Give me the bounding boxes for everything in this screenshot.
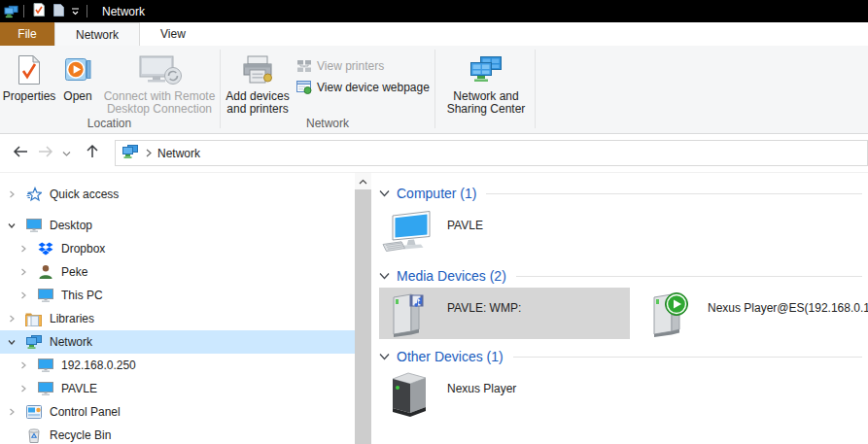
chevron-right-icon[interactable] xyxy=(17,245,29,253)
ribbon: Properties Open Connect with Remote Desk… xyxy=(0,46,868,134)
chevron-right-icon[interactable] xyxy=(17,361,29,369)
titlebar: Network xyxy=(0,0,868,22)
sidebar-item-label: 192.168.0.250 xyxy=(61,359,136,372)
sidebar-item-label: Desktop xyxy=(50,219,92,232)
device-item-pavle-wmp[interactable]: PAVLE: WMP: xyxy=(379,288,630,339)
separator xyxy=(87,5,87,17)
view-printers-button[interactable]: View printers xyxy=(295,56,430,76)
group-title: Media Devices (2) xyxy=(397,268,506,284)
chevron-down-icon[interactable] xyxy=(379,353,390,360)
chevron-right-icon[interactable] xyxy=(6,190,17,198)
chevron-down-icon[interactable] xyxy=(6,222,17,229)
tab-view[interactable]: View xyxy=(140,22,206,46)
remote-desktop-icon xyxy=(134,51,185,88)
add-devices-printers-button[interactable]: Add devices and printers xyxy=(224,48,292,116)
ribbon-small-buttons: View printers View device webpage xyxy=(295,48,430,99)
printers-icon xyxy=(295,59,313,73)
device-label: Nexus Player xyxy=(447,382,516,395)
device-item-pavle-computer[interactable]: PAVLE xyxy=(379,206,593,256)
open-button[interactable]: Open xyxy=(56,48,99,103)
up-arrow-icon xyxy=(86,144,99,162)
ribbon-group-location: Properties Open Connect with Remote Desk… xyxy=(0,46,219,133)
sidebar-item-label: PAVLE xyxy=(61,382,97,395)
back-button[interactable] xyxy=(8,141,33,166)
quick-access-star-icon xyxy=(24,187,43,202)
dropbox-icon xyxy=(36,242,54,256)
network-window-icon xyxy=(4,5,18,18)
qat-properties-button[interactable] xyxy=(29,2,49,21)
monitor-icon xyxy=(36,288,54,303)
up-button[interactable] xyxy=(80,141,105,166)
chevron-right-icon xyxy=(146,149,152,157)
sidebar-item-label: Peke xyxy=(61,265,87,279)
group-divider xyxy=(516,276,862,277)
sidebar-item-dropbox[interactable]: Dropbox xyxy=(0,237,355,260)
sidebar-item-control-panel[interactable]: Control Panel xyxy=(0,400,355,424)
network-icon xyxy=(122,144,138,162)
network-sharing-center-button[interactable]: Network and Sharing Center xyxy=(440,48,532,116)
sidebar-item-network[interactable]: Network xyxy=(0,330,355,354)
chevron-right-icon[interactable] xyxy=(6,408,17,416)
connect-remote-desktop-button[interactable]: Connect with Remote Desktop Connection xyxy=(99,48,220,116)
chevron-right-icon[interactable] xyxy=(17,291,29,299)
chevron-right-icon[interactable] xyxy=(17,385,29,393)
sidebar-item-quick-access[interactable]: Quick access xyxy=(0,183,355,206)
network-icon xyxy=(24,334,43,350)
separator xyxy=(434,50,435,128)
device-label: PAVLE xyxy=(447,219,483,232)
device-box-icon xyxy=(379,369,439,420)
device-item-nexus-player-es[interactable]: Nexus Player@ES(192.168.0.150) xyxy=(640,288,868,339)
scroll-up-button[interactable] xyxy=(355,173,371,189)
properties-icon xyxy=(17,51,42,88)
chevron-right-icon[interactable] xyxy=(6,315,17,323)
scrollbar-thumb[interactable] xyxy=(355,189,371,444)
sidebar-item-pavle[interactable]: PAVLE xyxy=(0,377,355,400)
qat-document-button[interactable] xyxy=(49,2,68,21)
ribbon-group-sharing: Network and Sharing Center xyxy=(436,46,534,133)
ribbon-tabs: File Network View xyxy=(0,22,868,46)
group-divider xyxy=(486,193,862,194)
sidebar-item-recycle-bin[interactable]: Recycle Bin xyxy=(0,424,355,444)
sidebar-item-label: Control Panel xyxy=(50,405,121,419)
chevron-down-icon[interactable] xyxy=(379,272,390,280)
media-player-icon xyxy=(63,51,92,88)
recycle-bin-icon xyxy=(24,427,43,443)
view-device-webpage-button[interactable]: View device webpage xyxy=(295,78,430,97)
computer-icon xyxy=(379,210,439,253)
qat-customize-dropdown[interactable] xyxy=(68,2,82,21)
device-item-nexus-player[interactable]: Nexus Player xyxy=(379,368,593,421)
chevron-down-icon xyxy=(62,147,71,160)
chevron-down-icon[interactable] xyxy=(379,189,390,197)
recent-locations-dropdown[interactable] xyxy=(58,141,74,166)
media-player-device-icon xyxy=(640,290,700,337)
device-label: Nexus Player@ES(192.168.0.150) xyxy=(708,301,868,315)
chevron-right-icon[interactable] xyxy=(17,268,29,276)
ribbon-group-network: Add devices and printers View printers V… xyxy=(222,46,434,133)
sidebar-item-label: Libraries xyxy=(50,312,94,325)
breadcrumb[interactable]: Network xyxy=(157,147,200,160)
group-header-other-devices: Other Devices (1) xyxy=(379,349,868,364)
chevron-down-icon xyxy=(71,5,80,18)
sidebar-item-desktop[interactable]: Desktop xyxy=(0,214,355,237)
tab-file[interactable]: File xyxy=(0,22,54,46)
properties-button[interactable]: Properties xyxy=(2,48,56,103)
monitor-icon xyxy=(36,381,54,396)
window-title: Network xyxy=(102,5,145,18)
group-divider xyxy=(513,357,862,358)
monitor-icon xyxy=(24,218,43,233)
sidebar-item-this-pc[interactable]: This PC xyxy=(0,284,355,307)
forward-button[interactable] xyxy=(33,141,58,166)
tab-network[interactable]: Network xyxy=(54,22,140,46)
sidebar-item-peke[interactable]: Peke xyxy=(0,260,355,284)
chevron-down-icon[interactable] xyxy=(6,338,17,346)
sidebar-item-label: Quick access xyxy=(50,188,119,201)
address-bar[interactable]: Network xyxy=(115,140,868,166)
vertical-scrollbar[interactable] xyxy=(355,173,371,444)
sidebar-item-libraries[interactable]: Libraries xyxy=(0,307,355,330)
group-header-computer: Computer (1) xyxy=(379,186,868,201)
ribbon-group-label: Network xyxy=(222,117,434,130)
group-title: Other Devices (1) xyxy=(397,349,503,364)
libraries-folder-icon xyxy=(24,312,43,326)
sidebar-item-192-168-0-250[interactable]: 192.168.0.250 xyxy=(0,354,355,377)
webpage-icon xyxy=(295,81,313,94)
